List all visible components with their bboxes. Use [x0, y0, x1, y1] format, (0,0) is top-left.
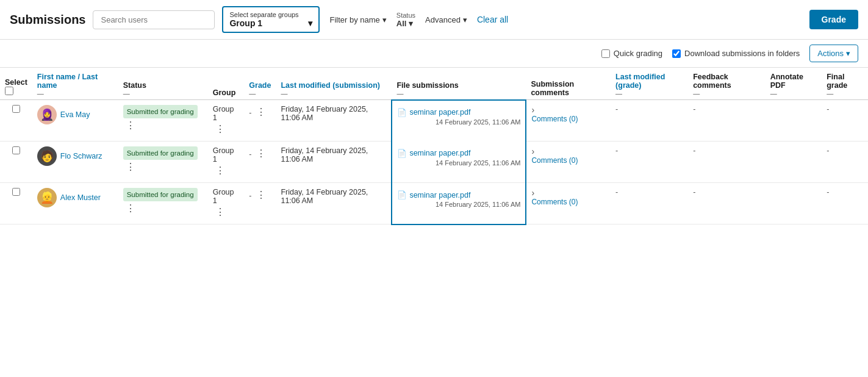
download-folders-checkbox[interactable]	[672, 49, 681, 58]
file-link[interactable]: 📄 seminar paper.pdf	[397, 149, 520, 158]
expand-icon[interactable]: ›	[531, 146, 534, 156]
row-group-menu-button[interactable]: ⋮	[213, 122, 228, 136]
expand-icon[interactable]: ›	[531, 188, 534, 198]
chevron-down-icon: ▾	[409, 19, 413, 28]
file-name: seminar paper.pdf	[409, 149, 470, 157]
file-icon: 📄	[397, 190, 407, 199]
row-feedback-comments-cell: -	[688, 183, 766, 224]
chevron-down-icon: ▾	[463, 15, 467, 24]
file-date: 14 February 2025, 11:06 AM	[397, 201, 520, 208]
file-link[interactable]: 📄 seminar paper.pdf	[397, 190, 520, 199]
row-status-cell: Submitted for grading ⋮	[118, 100, 208, 142]
user-name-link[interactable]: Eva May	[60, 110, 90, 119]
toolbar-row: Quick grading Download submissions in fo…	[0, 40, 868, 68]
last-modified-value: Friday, 14 February 2025, 11:06 AM	[281, 146, 368, 163]
quick-grading-toggle[interactable]: Quick grading	[601, 49, 662, 58]
file-link[interactable]: 📄 seminar paper.pdf	[397, 108, 520, 117]
file-item: 📄 seminar paper.pdf 14 February 2025, 11…	[397, 106, 520, 128]
row-name-cell: 🧕 Eva May	[32, 100, 118, 142]
row-status-menu-button[interactable]: ⋮	[123, 201, 138, 215]
row-group-cell: Group 1 ⋮	[208, 183, 245, 224]
row-feedback-comments-cell: -	[688, 100, 766, 142]
group-select-label: Select separate groups	[229, 11, 298, 18]
advanced-button[interactable]: Advanced ▾	[423, 12, 470, 28]
th-annotate-pdf: Annotate PDF —	[766, 68, 822, 100]
quick-grading-checkbox[interactable]	[601, 49, 610, 58]
grade-dash: -	[249, 192, 251, 200]
status-badge: Submitted for grading	[123, 105, 198, 118]
status-badge: Submitted for grading	[123, 146, 198, 160]
row-grade-cell: - ⋮	[244, 100, 276, 142]
search-input[interactable]	[93, 10, 215, 29]
table-row: 🧕 Eva May Submitted for grading ⋮ Group …	[0, 100, 868, 142]
th-first-last-name: First name / Last name —	[32, 68, 118, 100]
th-grade: Grade —	[244, 68, 276, 100]
row-group-menu-button[interactable]: ⋮	[213, 205, 228, 219]
row-last-modified-cell: Friday, 14 February 2025, 11:06 AM	[276, 100, 392, 142]
row-grade-menu-button[interactable]: ⋮	[254, 188, 268, 202]
row-grade-menu-button[interactable]: ⋮	[254, 146, 268, 160]
row-annotate-pdf-cell	[766, 142, 822, 183]
row-last-modified-cell: Friday, 14 February 2025, 11:06 AM	[276, 142, 392, 183]
avatar: 🧑	[37, 146, 57, 166]
avatar: 👱	[37, 188, 57, 207]
th-feedback-comments: Feedback comments —	[688, 68, 766, 100]
row-last-modified-grade-cell: -	[611, 100, 688, 142]
row-final-grade-cell: -	[822, 142, 868, 183]
row-name-cell: 👱 Alex Muster	[32, 183, 118, 224]
row-group-menu-button[interactable]: ⋮	[213, 163, 228, 178]
row-select-cell	[0, 142, 32, 183]
row-submission-comments-cell: › Comments (0)	[526, 183, 611, 224]
row-status-menu-button[interactable]: ⋮	[123, 118, 138, 132]
user-name-link[interactable]: Alex Muster	[60, 193, 101, 202]
comments-link[interactable]: Comments (0)	[531, 198, 578, 206]
row-final-grade-cell: -	[822, 100, 868, 142]
expand-icon[interactable]: ›	[531, 105, 534, 115]
row-last-modified-grade-cell: -	[611, 142, 688, 183]
row-checkbox[interactable]	[12, 188, 20, 196]
user-name-link[interactable]: Flo Schwarz	[60, 152, 102, 160]
status-label: Status	[396, 12, 415, 19]
row-select-cell	[0, 183, 32, 224]
grade-dash: -	[249, 150, 251, 159]
status-badge: Submitted for grading	[123, 188, 198, 201]
row-annotate-pdf-cell	[766, 100, 822, 142]
row-grade-cell: - ⋮	[244, 183, 276, 224]
row-name-cell: 🧑 Flo Schwarz	[32, 142, 118, 183]
row-annotate-pdf-cell	[766, 183, 822, 224]
row-group-cell: Group 1 ⋮	[208, 100, 245, 142]
download-folders-toggle[interactable]: Download submissions in folders	[672, 49, 800, 58]
file-name: seminar paper.pdf	[409, 191, 470, 199]
clear-all-button[interactable]: Clear all	[477, 15, 508, 24]
last-modified-value: Friday, 14 February 2025, 11:06 AM	[281, 188, 368, 205]
comments-link[interactable]: Comments (0)	[531, 156, 578, 165]
submissions-table: Select First name / Last name — Status —…	[0, 68, 868, 225]
th-last-modified-submission: Last modified (submission) —	[276, 68, 392, 100]
actions-button[interactable]: Actions ▾	[809, 45, 858, 62]
row-checkbox[interactable]	[12, 146, 20, 154]
group-select-button[interactable]: Select separate groups Group 1 ▾	[222, 6, 320, 33]
th-select: Select	[0, 68, 32, 100]
top-bar: Submissions Select separate groups Group…	[0, 0, 868, 40]
row-checkbox[interactable]	[12, 105, 20, 113]
th-last-modified-grade: Last modified (grade) —	[611, 68, 688, 100]
filter-by-name-button[interactable]: Filter by name ▾	[327, 12, 389, 28]
file-name: seminar paper.pdf	[409, 108, 470, 117]
row-final-grade-cell: -	[822, 183, 868, 224]
select-all-checkbox[interactable]	[5, 87, 13, 95]
grade-button[interactable]: Grade	[809, 10, 858, 29]
file-icon: 📄	[397, 149, 407, 158]
row-grade-menu-button[interactable]: ⋮	[254, 105, 268, 119]
row-file-submissions-cell: 📄 seminar paper.pdf 14 February 2025, 11…	[392, 100, 526, 142]
th-final-grade: Final grade —	[822, 68, 868, 100]
last-modified-value: Friday, 14 February 2025, 11:06 AM	[281, 105, 368, 122]
th-status: Status —	[118, 68, 208, 100]
comments-link[interactable]: Comments (0)	[531, 115, 578, 123]
table-row: 👱 Alex Muster Submitted for grading ⋮ Gr…	[0, 183, 868, 224]
status-dropdown[interactable]: All ▾	[396, 19, 414, 28]
row-status-menu-button[interactable]: ⋮	[123, 160, 138, 174]
row-select-cell	[0, 100, 32, 142]
row-grade-cell: - ⋮	[244, 142, 276, 183]
download-folders-label: Download submissions in folders	[684, 49, 800, 58]
quick-grading-label: Quick grading	[614, 49, 662, 58]
